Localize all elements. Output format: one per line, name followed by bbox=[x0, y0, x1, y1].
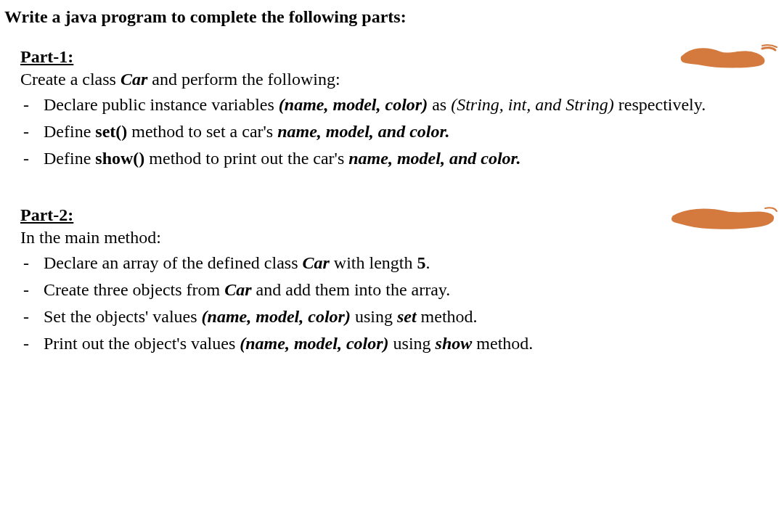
text: . bbox=[426, 253, 430, 272]
method: show bbox=[436, 334, 473, 353]
list-item: Define show() method to print out the ca… bbox=[20, 146, 771, 171]
text: method to print out the car's bbox=[144, 149, 348, 168]
text: Create three objects from bbox=[44, 280, 224, 299]
text: and perform the following: bbox=[147, 70, 340, 89]
text: Declare public instance variables bbox=[44, 95, 279, 114]
text: Create a class bbox=[20, 70, 121, 89]
list-item: Set the objects' values (name, model, co… bbox=[20, 304, 771, 330]
part1-bullets: Declare public instance variables (name,… bbox=[20, 92, 771, 171]
text: method. bbox=[472, 334, 533, 353]
method: set bbox=[397, 307, 417, 326]
method: show() bbox=[95, 149, 144, 168]
text: method to set a car's bbox=[127, 122, 277, 141]
section-part2: Part-2: In the main method: Declare an a… bbox=[20, 205, 771, 356]
text: using bbox=[351, 307, 397, 326]
list-item: Declare an array of the defined class Ca… bbox=[20, 250, 771, 276]
types: (String, int, and String) bbox=[451, 95, 614, 114]
length: 5 bbox=[417, 253, 426, 272]
text: Print out the object's values bbox=[44, 334, 240, 353]
text: Declare an array of the defined class bbox=[44, 253, 302, 272]
class-name: Car bbox=[224, 280, 251, 299]
text: Define bbox=[44, 149, 95, 168]
text: using bbox=[389, 334, 436, 353]
part2-header: Part-2: bbox=[20, 205, 771, 225]
text: respectively. bbox=[614, 95, 706, 114]
section-part1: Part-1: Create a class Car and perform t… bbox=[20, 47, 771, 171]
text: method. bbox=[417, 307, 478, 326]
method: set() bbox=[95, 122, 127, 141]
text: Set the objects' values bbox=[44, 307, 202, 326]
part1-header: Part-1: bbox=[20, 47, 771, 67]
text: and add them into the array. bbox=[252, 280, 451, 299]
part2-intro: In the main method: bbox=[20, 228, 771, 247]
vars: (name, model, color) bbox=[202, 307, 351, 326]
class-name: Car bbox=[121, 70, 147, 89]
vars: (name, model, color) bbox=[240, 334, 388, 353]
list-item: Declare public instance variables (name,… bbox=[20, 92, 771, 118]
vars: name, model, and color. bbox=[277, 122, 449, 141]
text: with length bbox=[330, 253, 417, 272]
document-title: Write a java program to complete the fol… bbox=[4, 7, 771, 27]
text: Define bbox=[44, 122, 95, 141]
part2-bullets: Declare an array of the defined class Ca… bbox=[20, 250, 771, 356]
list-item: Print out the object's values (name, mod… bbox=[20, 331, 771, 356]
list-item: Define set() method to set a car's name,… bbox=[20, 119, 771, 144]
document-page: Write a java program to complete the fol… bbox=[0, 0, 784, 398]
vars: name, model, and color. bbox=[348, 149, 520, 168]
text: as bbox=[428, 95, 451, 114]
class-name: Car bbox=[302, 253, 329, 272]
part1-intro: Create a class Car and perform the follo… bbox=[20, 70, 771, 89]
vars: (name, model, color) bbox=[279, 95, 428, 114]
list-item: Create three objects from Car and add th… bbox=[20, 277, 771, 303]
